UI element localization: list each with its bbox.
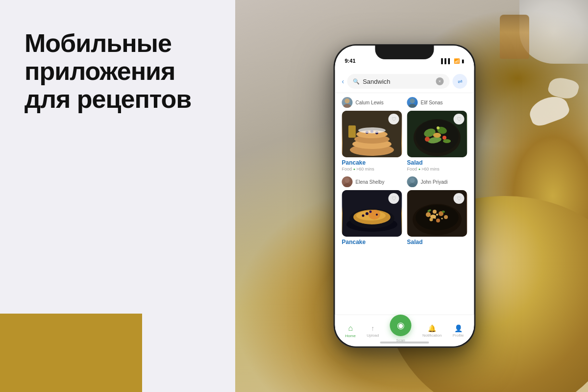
svg-rect-12 xyxy=(348,125,356,138)
recipe-image-salad1: ♡ xyxy=(407,111,467,157)
headline-line1: Мобильные xyxy=(24,29,172,57)
recipe-name-pancake1: Pancake xyxy=(342,159,402,166)
search-input-container[interactable]: 🔍 Sandwich × xyxy=(347,74,449,89)
svg-point-53 xyxy=(441,218,443,220)
scan-button[interactable]: ◉ xyxy=(390,315,412,336)
right-panel: 9:41 ▌▌▌ 📶 ▮ ‹ 🔍 Sandwich × xyxy=(235,0,588,392)
search-value: Sandwich xyxy=(363,78,433,85)
phone-wrapper: 9:41 ▌▌▌ 📶 ▮ ‹ 🔍 Sandwich × xyxy=(334,44,476,348)
svg-point-23 xyxy=(437,126,440,129)
svg-point-20 xyxy=(425,137,430,142)
upload-icon: ↑ xyxy=(371,324,374,332)
home-icon: ⌂ xyxy=(348,324,353,333)
nav-label-notification: Notification xyxy=(422,333,442,338)
notification-icon: 🔔 xyxy=(428,324,436,332)
nav-label-profile: Profile xyxy=(453,333,464,338)
svg-point-37 xyxy=(369,211,372,213)
nav-item-scan[interactable]: ◉ Scan xyxy=(390,319,412,343)
content-area: Calum Lewis Elif Sonas xyxy=(335,93,474,315)
recipe-image-salad2: ♡ xyxy=(407,190,467,237)
svg-point-28 xyxy=(409,183,416,187)
headline-line2: приложения xyxy=(24,57,175,85)
notch xyxy=(375,46,434,59)
svg-point-24 xyxy=(443,139,451,143)
nav-item-home[interactable]: ⌂ Home xyxy=(345,324,356,338)
recipe-card-salad1[interactable]: ♡ Salad Food >60 mins xyxy=(407,111,467,172)
headline: Мобильные приложения для рецептов xyxy=(24,29,211,114)
filter-icon: ⇌ xyxy=(458,78,463,85)
recipe-card-salad2[interactable]: ♡ Salad xyxy=(407,190,467,246)
svg-point-38 xyxy=(376,214,378,216)
svg-point-52 xyxy=(435,218,436,219)
status-icons: ▌▌▌ 📶 ▮ xyxy=(441,58,464,64)
signal-icon: ▌▌▌ xyxy=(441,58,451,64)
svg-point-27 xyxy=(410,178,415,183)
recipe-card-pancake2[interactable]: ♡ Pancake xyxy=(342,190,402,246)
chef-row-1: Calum Lewis xyxy=(342,97,402,108)
wifi-icon: 📶 xyxy=(454,58,460,64)
heart-button-pancake2[interactable]: ♡ xyxy=(389,193,399,204)
chef-avatar-calum xyxy=(342,97,353,108)
search-icon: 🔍 xyxy=(353,78,360,85)
chef-name-john: John Priyadi xyxy=(421,179,448,185)
recipe-name-pancake2: Pancake xyxy=(342,239,402,245)
nav-item-notification[interactable]: 🔔 Notification xyxy=(422,324,442,338)
chef-row-4: John Priyadi xyxy=(407,176,467,187)
svg-point-43 xyxy=(433,210,437,214)
recipe-card-pancake1[interactable]: ♡ Pancake Food >60 mins xyxy=(342,111,402,172)
svg-point-36 xyxy=(362,215,365,217)
svg-point-41 xyxy=(416,205,459,230)
svg-point-3 xyxy=(409,104,416,108)
svg-point-21 xyxy=(442,136,446,140)
nav-item-profile[interactable]: 👤 Profile xyxy=(453,324,464,338)
svg-point-45 xyxy=(444,215,448,219)
headline-line3: для рецептов xyxy=(24,85,191,113)
status-time: 9:41 xyxy=(345,58,356,64)
svg-point-25 xyxy=(345,178,350,183)
bg-jar xyxy=(500,15,529,59)
filter-button[interactable]: ⇌ xyxy=(453,74,467,89)
chef-avatar-john xyxy=(407,176,418,187)
profile-icon: 👤 xyxy=(454,324,463,332)
svg-point-42 xyxy=(426,212,431,217)
nav-label-home: Home xyxy=(345,334,356,338)
clear-button[interactable]: × xyxy=(436,77,444,85)
svg-point-22 xyxy=(433,133,441,138)
phone-screen: 9:41 ▌▌▌ 📶 ▮ ‹ 🔍 Sandwich × xyxy=(335,46,474,346)
recipe-meta-pancake1: Food >60 mins xyxy=(342,167,402,172)
chef-row-3: Elena Shelby xyxy=(342,176,402,187)
battery-icon: ▮ xyxy=(462,58,465,64)
phone-frame: 9:41 ▌▌▌ 📶 ▮ ‹ 🔍 Sandwich × xyxy=(334,44,476,348)
status-bar: 9:41 ▌▌▌ 📶 ▮ xyxy=(335,46,474,70)
svg-point-0 xyxy=(345,98,350,103)
home-indicator xyxy=(380,342,429,343)
recipe-grid-row1: ♡ Pancake Food >60 mins xyxy=(342,111,467,172)
svg-point-51 xyxy=(436,214,438,216)
svg-point-13 xyxy=(358,127,386,133)
svg-point-2 xyxy=(410,98,415,103)
search-bar[interactable]: ‹ 🔍 Sandwich × ⇌ xyxy=(335,70,474,93)
chef-avatar-elif xyxy=(407,97,418,108)
recipe-meta-salad1: Food >60 mins xyxy=(407,167,467,172)
heart-button-pancake1[interactable]: ♡ xyxy=(389,114,399,124)
svg-point-47 xyxy=(436,219,440,222)
back-button[interactable]: ‹ xyxy=(342,77,344,85)
heart-button-salad1[interactable]: ♡ xyxy=(454,114,465,124)
chef-row-2: Elif Sonas xyxy=(407,97,467,108)
heart-button-salad2[interactable]: ♡ xyxy=(454,193,465,204)
chef-name-calum: Calum Lewis xyxy=(356,100,384,105)
recipe-name-salad1: Salad xyxy=(407,159,467,166)
svg-point-26 xyxy=(343,183,351,187)
scan-icon: ◉ xyxy=(397,320,405,331)
bottom-nav: ⌂ Home ↑ Upload ◉ Scan 🔔 xyxy=(335,315,474,346)
left-panel: Мобильные приложения для рецептов xyxy=(0,0,235,392)
gold-decorative-block xyxy=(0,314,142,392)
recipe-image-pancake2: ♡ xyxy=(342,190,402,237)
chef-name-elif: Elif Sonas xyxy=(421,100,443,105)
recipe-name-salad2: Salad xyxy=(407,239,467,245)
nav-item-upload[interactable]: ↑ Upload xyxy=(367,324,379,338)
chef-avatar-elena xyxy=(342,176,353,187)
nav-label-upload: Upload xyxy=(367,333,379,338)
chef-name-elena: Elena Shelby xyxy=(356,179,385,185)
bg-plate xyxy=(519,0,588,64)
